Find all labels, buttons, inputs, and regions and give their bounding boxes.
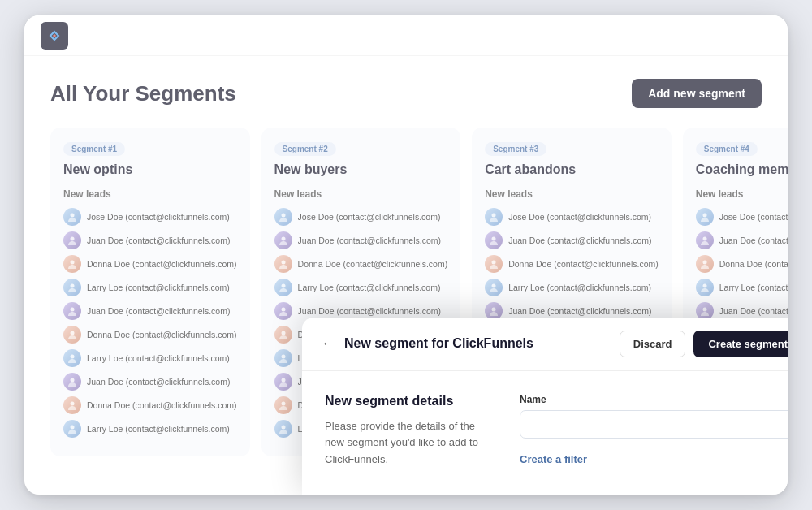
create-segment-button[interactable]: Create segment (693, 331, 788, 357)
modal-header-right: Discard Create segment (620, 331, 788, 357)
modal-left-section: New segment details Please provide the d… (325, 394, 487, 469)
back-icon[interactable]: ← (322, 336, 335, 351)
new-segment-modal: ← New segment for ClickFunnels Discard C… (302, 318, 788, 495)
name-input[interactable] (520, 410, 788, 439)
modal-header: ← New segment for ClickFunnels Discard C… (302, 318, 788, 371)
modal-section-title: New segment details (325, 394, 487, 408)
modal-header-left: ← New segment for ClickFunnels (322, 336, 533, 351)
discard-button[interactable]: Discard (620, 331, 686, 357)
device-frame: All Your Segments Add new segment Segmen… (24, 15, 788, 495)
modal-description: Please provide the details of the new se… (325, 418, 487, 469)
modal-title: New segment for ClickFunnels (344, 336, 533, 351)
modal-right-section: Name Create a filter (520, 394, 788, 469)
modal-body: New segment details Please provide the d… (302, 371, 788, 495)
name-label: Name (520, 394, 788, 405)
create-filter-link[interactable]: Create a filter (520, 453, 587, 465)
